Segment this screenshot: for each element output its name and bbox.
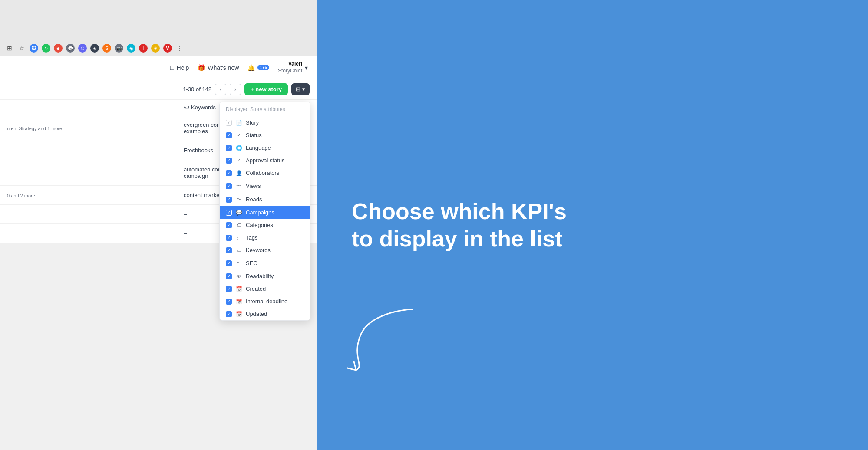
user-info: Valeri StoryChief [278,61,302,74]
dropdown-item-views[interactable]: ✓ 〜 Views [220,179,310,193]
arrow-container [343,301,430,381]
headline-line2: to display in the list [352,225,612,252]
headline-line1: Choose which KPI's [352,198,612,225]
notifications-button[interactable]: 🔔 176 [248,64,269,71]
right-panel: Choose which KPI's to display in the lis… [317,0,868,450]
item-label-categories: Categories [246,222,304,228]
item-label-internal-deadline: Internal deadline [246,298,304,305]
ext-dark-icon[interactable]: ◈ [90,44,99,53]
updated-icon: 📅 [235,311,242,317]
ext-cyan-icon[interactable]: ◉ [127,44,135,53]
ext-sc-icon[interactable]: S [102,44,111,53]
arrow-svg [343,301,430,379]
approval-checkbox[interactable]: ✓ [226,158,232,164]
help-button[interactable]: □ Help [170,64,189,71]
view-toggle-button[interactable]: ⊞ ▾ [291,83,310,95]
translate-icon[interactable]: ⊞ [5,44,14,53]
app-header: □ Help 🎁 What's new 🔔 176 Valeri StoryCh… [0,56,317,79]
dropdown-item-collaborators[interactable]: ✓ 👤 Collaborators [220,167,310,179]
story-checkbox[interactable]: ✓ [226,120,232,126]
tags-checkbox[interactable]: ✓ [226,235,232,241]
item-label-reads: Reads [246,196,304,203]
readability-icon: 👁 [235,273,242,279]
campaigns-checkbox[interactable]: ✓ [226,210,232,216]
dropdown-item-campaigns[interactable]: ✓ 💬 Campaigns [220,206,310,219]
notification-count: 176 [257,65,269,70]
item-label-tags: Tags [246,234,304,241]
campaigns-icon: 💬 [235,210,242,216]
item-label-seo: SEO [246,260,304,266]
views-icon: 〜 [235,182,242,190]
dropdown-item-language[interactable]: ✓ 🌐 Language [220,141,310,154]
user-name: Valeri [288,61,302,68]
prev-page-button[interactable]: ‹ [215,84,226,95]
keywords-icon: 🏷 [235,247,242,253]
reads-checkbox[interactable]: ✓ [226,197,232,203]
ext-camera-icon[interactable]: 📷 [115,44,123,53]
dropdown-item-categories[interactable]: ✓ 🏷 Categories [220,219,310,231]
tags-icon: 🏷 [235,235,242,241]
collaborators-icon: 👤 [235,170,242,176]
ext-asterisk-icon[interactable]: ✳ [151,44,160,53]
grid-icon: ⊞ [296,86,300,92]
item-label-status: Status [246,132,304,138]
dropdown-item-seo[interactable]: ✓ 〜 SEO [220,256,310,270]
new-story-button[interactable]: + new story [244,83,288,95]
updated-checkbox[interactable]: ✓ [226,311,232,317]
views-checkbox[interactable]: ✓ [226,183,232,189]
language-checkbox[interactable]: ✓ [226,145,232,151]
ext-puzzle-icon[interactable]: ⬡ [78,44,87,53]
dropdown-item-created[interactable]: ✓ 📅 Created [220,282,310,295]
gift-icon: 🎁 [198,64,205,71]
ext-green-icon[interactable]: ↻ [42,44,50,53]
whats-new-button[interactable]: 🎁 What's new [198,64,239,71]
keywords-checkbox[interactable]: ✓ [226,247,232,253]
status-checkbox[interactable]: ✓ [226,132,232,138]
collaborators-checkbox[interactable]: ✓ [226,170,232,176]
created-checkbox[interactable]: ✓ [226,286,232,292]
internal-deadline-icon: 📅 [235,299,242,305]
dropdown-item-tags[interactable]: ✓ 🏷 Tags [220,231,310,244]
status-icon: ✓ [235,132,242,138]
view-dropdown-arrow: ▾ [302,86,305,92]
next-page-button[interactable]: › [230,84,241,95]
ext-blue-icon[interactable]: 🖼 [30,44,38,53]
dropdown-item-readability[interactable]: ✓ 👁 Readability [220,270,310,282]
dropdown-item-internal-deadline[interactable]: ✓ 📅 Internal deadline [220,295,310,308]
row-subtitle: 0 and 2 more [7,193,184,198]
readability-checkbox[interactable]: ✓ [226,273,232,279]
internal-deadline-checkbox[interactable]: ✓ [226,299,232,305]
more-icon[interactable]: ⋮ [175,44,184,53]
dropdown-arrow-icon: ▾ [305,64,308,71]
item-label-readability: Readability [246,273,304,279]
ext-red-icon[interactable]: ◆ [54,44,63,53]
browser-toolbar: ⊞ ☆ 🖼 ↻ ◆ 💬 ⬡ ◈ S 📷 ◉ i ✳ V ⋮ [0,40,317,56]
user-menu[interactable]: Valeri StoryChief ▾ [278,61,308,74]
browser-chrome: ⊞ ☆ 🖼 ↻ ◆ 💬 ⬡ ◈ S 📷 ◉ i ✳ V ⋮ [0,0,317,56]
row-title: 0 and 2 more [7,192,184,198]
user-org: StoryChief [278,68,302,75]
item-label-updated: Updated [246,311,304,317]
ext-chat-icon[interactable]: 💬 [66,44,75,53]
dropdown-item-keywords[interactable]: ✓ 🏷 Keywords [220,244,310,256]
item-label-approval: Approval status [246,157,304,164]
ext-valeri-icon[interactable]: V [163,44,172,53]
star-icon[interactable]: ☆ [17,44,26,53]
dropdown-item-story[interactable]: ✓ 📄 Story [220,116,310,129]
created-icon: 📅 [235,286,242,292]
categories-checkbox[interactable]: ✓ [226,222,232,228]
item-label-story: Story [246,119,304,126]
approval-icon: ✓ [235,158,242,164]
item-label-views: Views [246,183,304,189]
dropdown-item-status[interactable]: ✓ ✓ Status [220,129,310,141]
headline: Choose which KPI's to display in the lis… [352,198,612,252]
language-icon: 🌐 [235,145,242,151]
ext-info-icon[interactable]: i [139,44,148,53]
dropdown-header: Displayed Story attributes [220,102,310,116]
dropdown-item-reads[interactable]: ✓ 〜 Reads [220,193,310,206]
dropdown-item-approval[interactable]: ✓ ✓ Approval status [220,154,310,167]
attributes-dropdown: Displayed Story attributes ✓ 📄 Story ✓ ✓… [219,102,310,321]
seo-checkbox[interactable]: ✓ [226,260,232,266]
dropdown-item-updated[interactable]: ✓ 📅 Updated [220,308,310,320]
categories-icon: 🏷 [235,222,242,228]
